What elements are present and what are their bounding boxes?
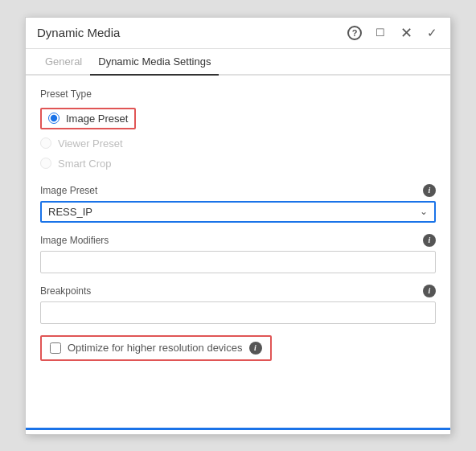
breakpoints-input[interactable]	[40, 301, 436, 324]
radio-option-smart-crop[interactable]: Smart Crop	[40, 158, 436, 170]
image-preset-value: RESS_IP	[48, 206, 420, 218]
image-modifiers-input[interactable]	[40, 251, 436, 273]
dialog-header: Dynamic Media ? ☐ ✕ ✓	[26, 18, 450, 49]
radio-smart-crop[interactable]	[40, 158, 51, 169]
image-modifiers-info-icon[interactable]: i	[423, 234, 436, 247]
dialog-footer	[26, 428, 450, 434]
image-preset-field: Image Preset i RESS_IP ⌄	[40, 184, 436, 223]
image-preset-info-icon[interactable]: i	[423, 184, 436, 197]
radio-image-preset-label: Image Preset	[66, 113, 128, 125]
optimize-info-icon[interactable]: i	[249, 342, 262, 355]
image-modifiers-label-row: Image Modifiers i	[40, 234, 436, 247]
close-icon[interactable]: ✕	[399, 26, 413, 40]
select-arrow-icon: ⌄	[420, 206, 428, 217]
breakpoints-info-icon[interactable]: i	[423, 285, 436, 297]
header-icons: ? ☐ ✕ ✓	[347, 26, 439, 40]
preset-type-radio-group: Image Preset Viewer Preset Smart Crop	[40, 108, 436, 170]
radio-option-viewer-preset[interactable]: Viewer Preset	[40, 137, 436, 150]
preset-type-label: Preset Type	[40, 88, 436, 100]
radio-image-preset[interactable]	[48, 113, 60, 124]
breakpoints-field: Breakpoints i	[40, 285, 436, 324]
radio-smart-crop-label: Smart Crop	[58, 158, 111, 170]
breakpoints-label-row: Breakpoints i	[40, 285, 436, 297]
dialog-title: Dynamic Media	[37, 26, 347, 39]
image-preset-label-row: Image Preset i	[40, 184, 436, 197]
optimize-checkbox-row[interactable]: Optimize for higher resolution devices i	[40, 335, 272, 361]
breakpoints-label: Breakpoints	[40, 285, 91, 297]
tab-bar: General Dynamic Media Settings	[26, 49, 450, 76]
image-modifiers-field: Image Modifiers i	[40, 234, 436, 273]
radio-viewer-preset[interactable]	[40, 137, 51, 149]
image-modifiers-label: Image Modifiers	[40, 235, 109, 246]
confirm-icon[interactable]: ✓	[425, 26, 439, 40]
dialog-body: Preset Type Image Preset Viewer Preset S…	[26, 76, 450, 428]
help-icon[interactable]: ?	[347, 26, 362, 40]
tab-dynamic-media-settings[interactable]: Dynamic Media Settings	[90, 49, 219, 76]
tab-general[interactable]: General	[37, 49, 90, 76]
radio-option-image-preset[interactable]: Image Preset	[40, 108, 136, 129]
screen-icon[interactable]: ☐	[373, 26, 388, 40]
dialog-container: Dynamic Media ? ☐ ✕ ✓ General Dynamic Me…	[25, 17, 451, 435]
image-preset-select[interactable]: RESS_IP ⌄	[40, 201, 436, 223]
radio-viewer-preset-label: Viewer Preset	[58, 137, 123, 150]
optimize-label: Optimize for higher resolution devices	[68, 342, 243, 354]
optimize-checkbox[interactable]	[50, 342, 61, 354]
image-preset-label: Image Preset	[40, 185, 97, 196]
